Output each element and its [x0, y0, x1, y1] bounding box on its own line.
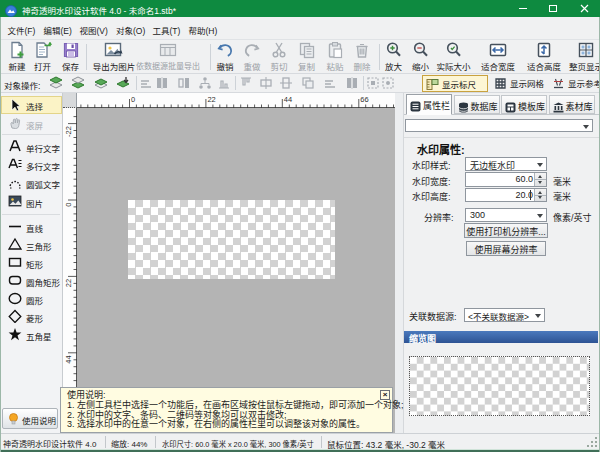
svg-text:44: 44 [284, 95, 292, 104]
svg-text:0: 0 [64, 203, 73, 207]
svg-text:22: 22 [64, 279, 73, 287]
svg-text:0: 0 [131, 95, 135, 104]
svg-text:44: 44 [64, 355, 73, 363]
svg-text:22: 22 [207, 95, 215, 104]
svg-text:66: 66 [360, 95, 368, 104]
svg-text:-22: -22 [64, 126, 73, 137]
